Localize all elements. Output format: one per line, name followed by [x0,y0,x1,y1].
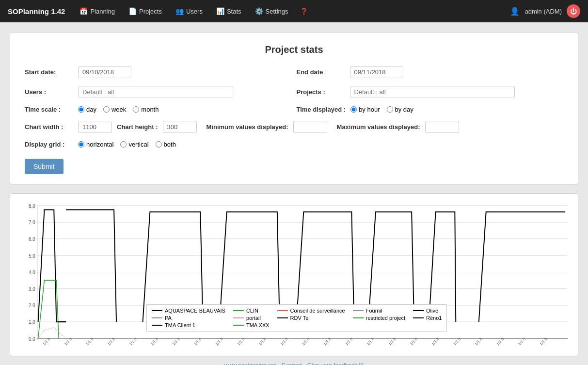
legend-restricted-line [353,317,364,318]
nav-help[interactable]: ❓ [296,5,312,18]
footer-feedback[interactable]: Give your feedback !!! [307,362,364,365]
svg-text:1/1.8: 1/1.8 [107,336,116,346]
chart-card: 0.0 1.0 2.0 3.0 4.0 5.0 6.0 7.0 8.0 [10,193,578,356]
nav-user: admin (ADM) [524,8,562,15]
projects-label: Projects : [297,88,345,96]
start-date-label: Start date: [25,68,73,76]
svg-text:1/1.8: 1/1.8 [258,336,267,346]
legend-conseil-line [277,310,288,311]
svg-text:1/1.8: 1/1.8 [453,336,462,346]
grid-both[interactable]: both [156,141,176,148]
nav-stats[interactable]: 📊 Stats [210,4,247,18]
timescale-day-radio[interactable] [78,106,84,113]
end-date-section: End date [297,66,564,78]
legend-portail: portail [233,315,270,321]
nav-planning[interactable]: 📅 Planning [74,4,121,18]
grid-vertical[interactable]: vertical [120,141,148,148]
legend-fournil-line [353,310,364,311]
display-grid-row: Display grid : horizontal vertical both [25,141,563,148]
svg-text:1/1.8: 1/1.8 [302,336,311,346]
nav-users[interactable]: 👥 Users [170,4,208,18]
svg-text:2.0: 2.0 [29,303,35,308]
svg-text:1/1.8: 1/1.8 [42,336,51,346]
svg-text:4.0: 4.0 [29,269,35,275]
display-grid-radio-group: horizontal vertical both [78,141,176,148]
svg-text:1/1.8: 1/1.8 [280,336,289,346]
power-button[interactable]: ⏻ [567,4,580,18]
grid-horizontal-radio[interactable] [78,141,84,148]
grid-both-radio[interactable] [156,141,162,148]
end-date-input[interactable] [350,66,403,78]
svg-text:1/1.8: 1/1.8 [474,336,483,346]
svg-text:6.0: 6.0 [29,236,35,242]
legend-restricted: restricted project [353,315,405,321]
svg-text:0.0: 0.0 [29,336,35,341]
time-by-hour[interactable]: by hour [350,106,380,113]
time-displayed-radio-group: by hour by day [350,106,413,113]
svg-text:1/1.8: 1/1.8 [237,336,246,346]
time-displayed-label: Time displayed : [297,106,346,113]
user-icon: 👤 [510,7,520,16]
legend-olive-line [413,310,424,311]
users-input[interactable] [78,86,233,98]
min-values-input[interactable] [293,121,327,133]
form-card: Project stats Start date: End date Users… [10,32,578,184]
timescale-month[interactable]: month [133,106,159,113]
time-by-day-radio[interactable] [387,106,393,113]
timescale-row: Time scale : day week month [25,106,563,113]
chart-width-input[interactable] [78,121,112,133]
navbar: SOPlanning 1.42 📅 Planning 📄 Projects 👥 … [0,0,588,22]
legend-tma-xxx: TMA XXX [233,322,270,328]
footer: www.soplanning.org - Support - Give your… [10,356,578,365]
planning-icon: 📅 [79,7,88,15]
chart-legend: AQUASPACE BEAUVAIS CLIN Conseil de surve… [146,304,447,332]
submit-button[interactable]: Submit [25,159,64,174]
time-by-hour-radio[interactable] [350,106,357,113]
svg-text:1/1.8: 1/1.8 [128,336,138,346]
chart-area: 0.0 1.0 2.0 3.0 4.0 5.0 6.0 7.0 8.0 [18,200,570,351]
svg-text:1/1.8: 1/1.8 [345,336,354,346]
timescale-day[interactable]: day [78,106,96,113]
svg-text:1/1.8: 1/1.8 [409,336,418,346]
chart-height-label: Chart height : [117,123,158,131]
stats-icon: 📊 [216,7,224,15]
footer-link[interactable]: www.soplanning.org [224,362,276,365]
nav-projects[interactable]: 📄 Projects [123,4,168,18]
projects-section: Projects : [297,86,564,98]
projects-input[interactable] [350,86,515,98]
legend-clin-line [233,310,244,311]
svg-text:1/1.8: 1/1.8 [85,336,95,346]
grid-vertical-radio[interactable] [120,141,127,148]
timescale-week-radio[interactable] [103,106,110,113]
max-values-input[interactable] [425,121,459,133]
svg-text:1/1.8: 1/1.8 [193,336,203,346]
max-values-label: Maximum values displayed: [337,123,420,131]
display-grid-label: Display grid : [25,141,73,148]
legend-pa: PA [152,315,225,321]
nav-right: 👤 admin (ADM) ⏻ [510,4,580,18]
svg-text:1/1.8: 1/1.8 [496,336,505,346]
grid-horizontal[interactable]: horizontal [78,141,113,148]
projects-icon: 📄 [128,7,137,15]
legend-pa-line [152,317,162,318]
min-values-label: Minimum values displayed: [207,123,288,131]
legend-olive: Olive [413,308,442,314]
settings-icon: ⚙️ [255,7,263,15]
legend-reno1: Réno1 [413,315,442,321]
svg-text:1/1.8: 1/1.8 [215,336,224,346]
legend-tma-xxx-line [233,325,244,326]
footer-support[interactable]: Support [282,362,302,365]
start-date-input[interactable] [78,66,131,78]
svg-text:1/1.8: 1/1.8 [388,336,397,346]
legend-conseil: Conseil de surveillance [277,308,345,314]
nav-settings[interactable]: ⚙️ Settings [249,4,294,18]
start-date-section: Start date: [25,66,292,78]
date-row: Start date: End date [25,66,563,78]
timescale-month-radio[interactable] [133,106,139,113]
end-date-label: End date [297,68,345,76]
chart-height-input[interactable] [163,121,197,133]
legend-aquaspace-line [152,310,162,311]
time-by-day[interactable]: by day [387,106,413,113]
svg-text:8.0: 8.0 [29,203,35,209]
timescale-week[interactable]: week [103,106,126,113]
